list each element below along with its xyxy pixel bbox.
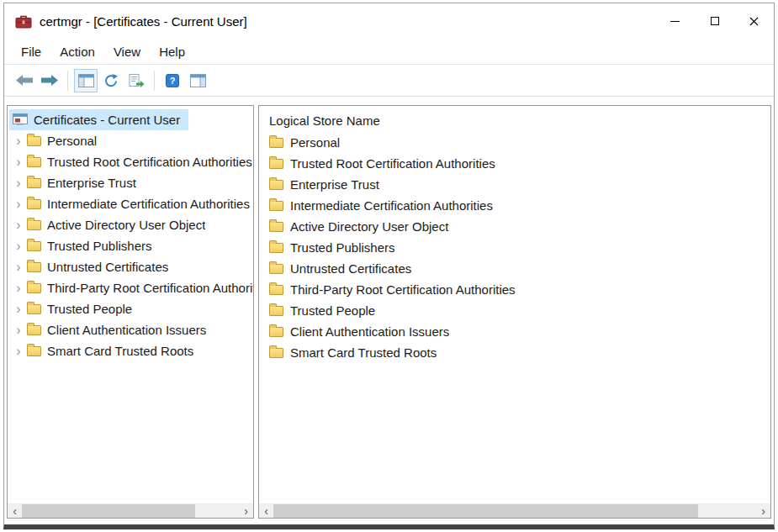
- scroll-right-arrow-icon[interactable]: ›: [756, 504, 770, 518]
- list-item[interactable]: Client Authentication Issuers: [259, 321, 770, 342]
- main-content: Certificates - Current User ›Personal ›T…: [4, 97, 774, 524]
- folder-icon: [269, 222, 283, 232]
- list-item[interactable]: Trusted Root Certification Authorities: [259, 153, 770, 174]
- folder-icon: [27, 241, 41, 251]
- folder-icon: [27, 199, 41, 209]
- list-item[interactable]: Intermediate Certification Authorities: [259, 195, 770, 216]
- chevron-right-icon[interactable]: ›: [13, 323, 24, 338]
- list-item-label: Intermediate Certification Authorities: [290, 198, 493, 213]
- list-item-label: Client Authentication Issuers: [290, 324, 449, 339]
- svg-text:?: ?: [170, 76, 176, 86]
- folder-icon: [27, 157, 41, 167]
- tree-item[interactable]: ›Third-Party Root Certification Authorit…: [8, 277, 253, 298]
- tree-item[interactable]: ›Personal: [8, 130, 253, 151]
- export-list-button[interactable]: [124, 69, 148, 92]
- back-button[interactable]: [13, 69, 36, 92]
- chevron-right-icon[interactable]: ›: [13, 218, 24, 233]
- close-icon: [749, 17, 759, 26]
- list-item[interactable]: Third-Party Root Certification Authoriti…: [259, 279, 770, 300]
- scroll-right-arrow-icon[interactable]: ›: [239, 504, 253, 518]
- help-button[interactable]: ?: [161, 69, 184, 92]
- scrollbar-thumb[interactable]: [273, 504, 698, 518]
- column-header-logical-store-name[interactable]: Logical Store Name: [259, 106, 770, 132]
- tree-item[interactable]: ›Enterprise Trust: [8, 172, 253, 193]
- minimize-button[interactable]: [655, 3, 695, 39]
- list-item[interactable]: Untrusted Certificates: [259, 258, 770, 279]
- refresh-button[interactable]: [99, 69, 123, 92]
- scroll-left-arrow-icon[interactable]: ‹: [8, 504, 22, 518]
- refresh-icon: [104, 74, 119, 87]
- maximize-button[interactable]: [695, 3, 734, 39]
- chevron-right-icon[interactable]: ›: [13, 197, 24, 212]
- folder-icon: [269, 285, 283, 295]
- tree-item[interactable]: ›Smart Card Trusted Roots: [8, 340, 253, 361]
- folder-icon: [269, 264, 283, 274]
- close-button[interactable]: [734, 3, 774, 39]
- chevron-right-icon[interactable]: ›: [13, 281, 24, 296]
- list-horizontal-scrollbar[interactable]: ‹ ›: [259, 503, 770, 518]
- folder-icon: [269, 159, 283, 169]
- tree-item[interactable]: ›Trusted Root Certification Authorities: [8, 151, 253, 172]
- folder-icon: [269, 348, 283, 358]
- chevron-right-icon[interactable]: ›: [13, 260, 24, 275]
- store-list-pane: Logical Store Name Personal Trusted Root…: [258, 105, 771, 519]
- window-title: certmgr - [Certificates - Current User]: [40, 14, 247, 29]
- tree-item-label: Trusted Root Certification Authorities: [47, 155, 252, 169]
- tree-item[interactable]: ›Trusted Publishers: [8, 235, 253, 256]
- list-item[interactable]: Smart Card Trusted Roots: [259, 342, 770, 363]
- title-bar[interactable]: certmgr - [Certificates - Current User]: [4, 3, 774, 39]
- tree-item[interactable]: ›Untrusted Certificates: [8, 256, 253, 277]
- tree-item-label: Untrusted Certificates: [47, 260, 168, 274]
- scrollbar-track[interactable]: [273, 504, 756, 518]
- menu-action[interactable]: Action: [50, 41, 104, 62]
- chevron-right-icon[interactable]: ›: [13, 302, 24, 317]
- chevron-right-icon[interactable]: ›: [13, 176, 24, 191]
- folder-icon: [27, 178, 41, 188]
- list-item[interactable]: Active Directory User Object: [259, 216, 770, 237]
- chevron-right-icon[interactable]: ›: [13, 134, 24, 149]
- show-action-pane-button[interactable]: [186, 69, 209, 92]
- forward-button[interactable]: [38, 69, 61, 92]
- list-item-label: Third-Party Root Certification Authoriti…: [290, 282, 516, 297]
- tree-item-label: Personal: [47, 134, 97, 148]
- menu-help[interactable]: Help: [150, 41, 194, 62]
- tree-item-label: Active Directory User Object: [47, 218, 205, 232]
- tree-item[interactable]: ›Intermediate Certification Authorities: [8, 193, 253, 214]
- folder-icon: [27, 325, 41, 335]
- list-item-label: Enterprise Trust: [290, 177, 379, 192]
- chevron-right-icon[interactable]: ›: [13, 239, 24, 254]
- folder-icon: [27, 283, 41, 293]
- scroll-left-arrow-icon[interactable]: ‹: [259, 504, 273, 518]
- help-icon: ?: [166, 74, 179, 87]
- tree-item-label: Intermediate Certification Authorities: [47, 197, 250, 211]
- tree-item[interactable]: ›Client Authentication Issuers: [8, 319, 253, 340]
- chevron-right-icon[interactable]: ›: [13, 344, 24, 359]
- show-console-tree-button[interactable]: [74, 69, 98, 92]
- tree-horizontal-scrollbar[interactable]: ‹ ›: [8, 503, 253, 518]
- folder-icon: [269, 306, 283, 316]
- scrollbar-thumb[interactable]: [22, 504, 195, 518]
- tree-root-certificates-current-user[interactable]: Certificates - Current User: [9, 109, 188, 130]
- list-item[interactable]: Trusted Publishers: [259, 237, 770, 258]
- export-list-icon: [129, 74, 145, 87]
- folder-icon: [269, 327, 283, 337]
- window-controls: [655, 3, 774, 39]
- back-arrow-icon: [15, 74, 34, 87]
- scrollbar-track[interactable]: [22, 504, 239, 518]
- menu-view[interactable]: View: [104, 41, 150, 62]
- list-item-label: Smart Card Trusted Roots: [290, 345, 437, 360]
- list-item-label: Trusted Root Certification Authorities: [290, 156, 495, 171]
- list-item[interactable]: Trusted People: [259, 300, 770, 321]
- show-action-pane-icon: [190, 74, 206, 87]
- minimize-icon: [670, 21, 680, 22]
- menu-file[interactable]: File: [12, 41, 50, 62]
- list-item[interactable]: Enterprise Trust: [259, 174, 770, 195]
- tree-item[interactable]: ›Trusted People: [8, 298, 253, 319]
- list-item-label: Untrusted Certificates: [290, 261, 411, 276]
- chevron-right-icon[interactable]: ›: [13, 155, 24, 170]
- list-item[interactable]: Personal: [259, 132, 770, 153]
- tree-item[interactable]: ›Active Directory User Object: [8, 214, 253, 235]
- tree-item-label: Trusted People: [47, 302, 132, 316]
- folder-icon: [27, 304, 41, 314]
- certmgr-window: certmgr - [Certificates - Current User] …: [3, 3, 775, 529]
